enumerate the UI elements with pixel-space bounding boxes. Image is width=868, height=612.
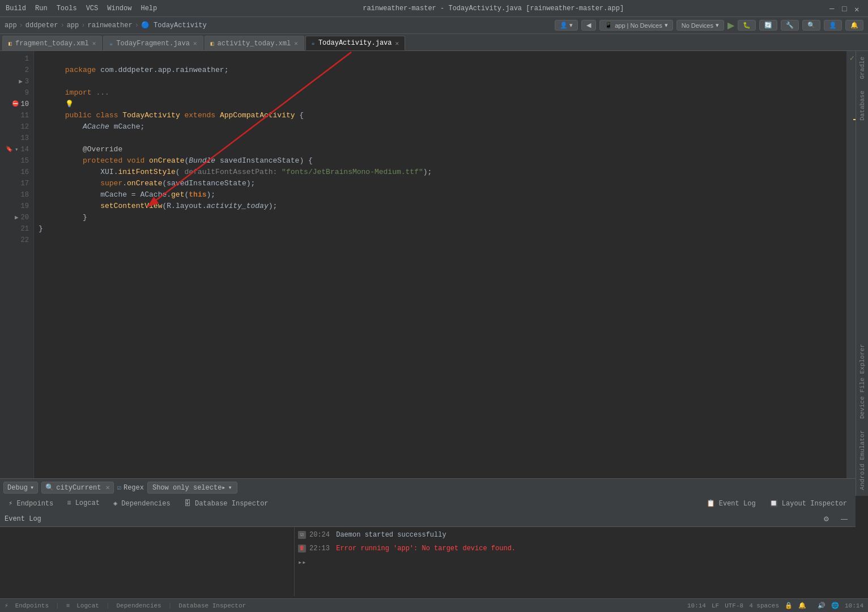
expand-icon[interactable]: ▸▸ (298, 558, 306, 567)
debug-label: Debug (7, 484, 28, 492)
tab-close-activity-today[interactable]: ✕ (294, 40, 298, 47)
sidebar-gradle[interactable]: Gradle (857, 51, 868, 85)
minimize-button[interactable]: ─ (829, 5, 837, 12)
tab-activity-today-xml[interactable]: ◧ activity_today.xml ✕ (205, 36, 304, 50)
log-entry-expand: ▸▸ (298, 556, 852, 568)
breadcrumb-app2[interactable]: app (67, 22, 79, 29)
tab-close-today-fragment[interactable]: ✕ (193, 40, 197, 47)
code-line-13: @Override (34, 133, 846, 144)
status-endpoints-icon: ⚡ (5, 602, 8, 609)
breadcrumb-rainweather[interactable]: rainweather (87, 22, 132, 29)
menu-tools[interactable]: Tools (57, 5, 77, 12)
regex-checkbox-icon: ☑ (117, 483, 121, 492)
run-button[interactable]: ▶ (727, 20, 734, 31)
log-delete-icon[interactable]: 🗑 (298, 545, 306, 552)
tray-time: 10:14 (845, 602, 863, 609)
tab-today-activity-java[interactable]: ☕ TodayActivity.java ✕ (305, 36, 405, 50)
notifications-status-icon[interactable]: 🔔 (798, 602, 806, 609)
profile-button[interactable]: 👤 (824, 20, 842, 31)
tab-database-inspector[interactable]: 🗄 Database Inspector (178, 497, 275, 510)
code-line-22 (34, 235, 846, 246)
tab-close-today-activity[interactable]: ✕ (395, 40, 399, 47)
search-filter-field[interactable]: 🔍 cityCurrent ✕ (41, 482, 113, 494)
tray-sound-icon: 🔊 (818, 602, 826, 609)
code-line-10: public class TodayActivity extends AppCo… (34, 99, 846, 110)
menu-build[interactable]: Build (6, 5, 26, 12)
notifications-button[interactable]: 🔔 (845, 20, 863, 31)
code-editor[interactable]: package com.dddpeter.app.rainweather; im… (34, 51, 846, 478)
no-devices-selector[interactable]: No Devices ▾ (676, 20, 724, 31)
breadcrumb-dddpeter[interactable]: dddpeter (25, 22, 58, 29)
event-log-minimize-button[interactable]: — (837, 514, 851, 524)
debug-button[interactable]: 🐛 (738, 20, 756, 31)
menu-window[interactable]: Window (107, 5, 131, 12)
status-logcat-label[interactable]: Logcat (76, 602, 99, 609)
menu-run[interactable]: Run (35, 5, 48, 12)
bottom-content-inner: ☑ 20:24 Daemon started successfully 🗑 22… (0, 527, 856, 596)
code-line-14: protected void onCreate(Bundle savedInst… (34, 144, 846, 155)
code-line-12 (34, 121, 846, 133)
layout-inspector-icon: 🔲 (769, 500, 778, 508)
search-icon-button[interactable]: 🔍 (802, 20, 820, 31)
code-line-1: package com.dddpeter.app.rainweather; (34, 53, 846, 65)
status-endpoints-label[interactable]: Endpoints (15, 602, 49, 609)
menu-bar[interactable]: Build Run Tools VCS Window Help (6, 5, 157, 12)
tab-today-fragment-java[interactable]: ☕ TodayFragment.java ✕ (103, 36, 203, 50)
tray-network-icon: 🌐 (831, 602, 839, 609)
tab-layout-inspector[interactable]: 🔲 Layout Inspector (763, 497, 853, 510)
line-16: 16 (0, 167, 33, 178)
window-controls[interactable]: ─ □ ✕ (829, 5, 862, 12)
debug-mode-dropdown[interactable]: Debug ▾ (3, 482, 38, 494)
nav-bar-right: 👤 ▾ ◀ 📱 app | No Devices ▾ No Devices ▾ … (555, 20, 863, 31)
sidebar-device-file-explorer[interactable]: Device File Explorer (857, 338, 868, 424)
breadcrumb-app[interactable]: app (5, 22, 17, 29)
status-bar-right: 10:14 LF UTF-8 4 spaces 🔒 🔔 🔊 🌐 10:14 (687, 602, 863, 609)
code-line-3: import ... (34, 76, 846, 87)
sync-button[interactable]: 🔄 (759, 20, 777, 31)
right-sidebar: Gradle Database Device File Explorer And… (856, 51, 868, 496)
search-value: cityCurrent (56, 484, 101, 492)
code-line-21: } (34, 223, 846, 235)
regex-checkbox-label[interactable]: ☑ Regex (117, 483, 144, 492)
maximize-button[interactable]: □ (842, 5, 850, 12)
line-22: 22 (0, 235, 33, 246)
event-log-settings-button[interactable]: ⚙ (820, 514, 833, 524)
java-icon-2: ☕ (312, 40, 315, 46)
line-14: 🔖 ▾ 14 (0, 144, 33, 155)
scroll-marker-panel: ✓ (846, 51, 856, 478)
user-icon-button[interactable]: 👤 ▾ (555, 20, 578, 31)
status-db-inspector-label[interactable]: Database Inspector (178, 602, 246, 609)
clear-search-icon[interactable]: ✕ (105, 483, 109, 492)
search-icon: 🔍 (45, 483, 54, 492)
no-errors-indicator: ✓ (850, 53, 854, 63)
tab-event-log[interactable]: 📋 Event Log (700, 497, 762, 510)
line-1: 1 (0, 53, 33, 65)
tab-endpoints[interactable]: ⚡ Endpoints (2, 497, 59, 510)
event-log-content: ☑ 20:24 Daemon started successfully 🗑 22… (295, 527, 856, 596)
dependencies-icon: ◈ (113, 500, 117, 508)
log-checkbox-1[interactable]: ☑ (298, 531, 306, 539)
line-ending-status: LF (712, 602, 719, 609)
device-selector[interactable]: 📱 app | No Devices ▾ (599, 20, 673, 31)
show-only-dropdown-arrow: ▾ (228, 483, 232, 492)
status-dependencies-label[interactable]: Dependencies (116, 602, 161, 609)
breadcrumb-today-activity[interactable]: 🔵 TodayActivity (141, 21, 207, 29)
tab-dependencies[interactable]: ◈ Dependencies (107, 497, 177, 510)
status-bar: ⚡ Endpoints | ≡ Logcat | Dependencies | … (0, 598, 868, 612)
tab-close-fragment-today[interactable]: ✕ (92, 40, 96, 47)
back-button[interactable]: ◀ (581, 20, 596, 31)
lock-icon: 🔒 (785, 602, 793, 609)
close-button[interactable]: ✕ (854, 5, 862, 12)
menu-vcs[interactable]: VCS (86, 5, 99, 12)
tab-fragment-today-xml[interactable]: ◧ fragment_today.xml ✕ (2, 36, 102, 50)
log-error-message: 22:13 Error running 'app': No target dev… (309, 545, 516, 552)
menu-help[interactable]: Help (141, 5, 157, 12)
sidebar-android-emulator[interactable]: Android Emulator (857, 424, 868, 496)
sidebar-database[interactable]: Database (857, 85, 868, 126)
show-only-selected-button[interactable]: Show only selecte▸ ▾ (147, 482, 237, 494)
tools-button[interactable]: 🔧 (781, 20, 799, 31)
line-21: 21 (0, 223, 33, 235)
breadcrumb: app › dddpeter › app › rainweather › 🔵 T… (5, 21, 552, 29)
event-log-toolbar: Event Log ⚙ — (0, 511, 856, 527)
tab-logcat[interactable]: ≡ Logcat (61, 497, 106, 509)
